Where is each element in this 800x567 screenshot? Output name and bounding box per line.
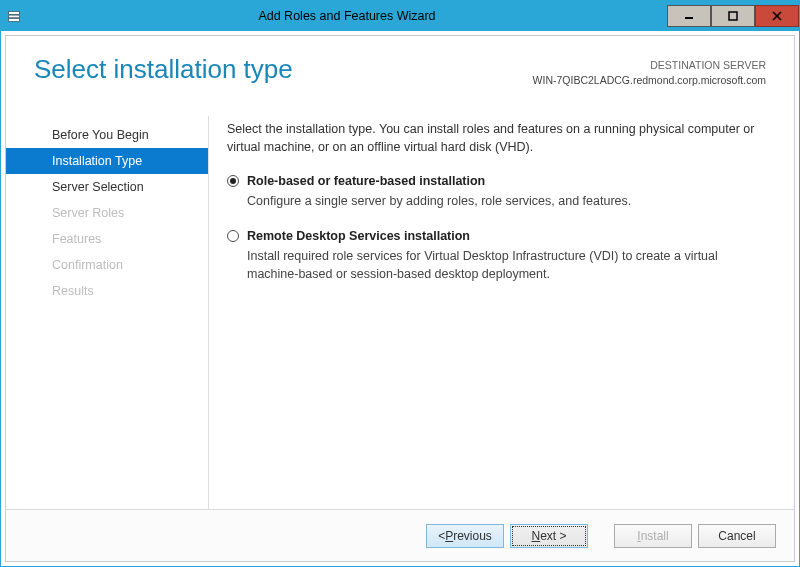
radio-role-based[interactable] xyxy=(227,175,239,187)
install-button: Install xyxy=(614,524,692,548)
maximize-button[interactable] xyxy=(711,5,755,27)
destination-server-block: DESTINATION SERVER WIN-7QIBC2LADCG.redmo… xyxy=(533,54,766,87)
step-before-you-begin[interactable]: Before You Begin xyxy=(6,122,208,148)
radio-dot-icon xyxy=(230,178,236,184)
step-installation-type[interactable]: Installation Type xyxy=(6,148,208,174)
destination-server-name: WIN-7QIBC2LADCG.redmond.corp.microsoft.c… xyxy=(533,73,766,88)
label-rest: ext > xyxy=(540,529,566,543)
label-rest: nstall xyxy=(641,529,669,543)
destination-label: DESTINATION SERVER xyxy=(533,58,766,73)
label-rest: revious xyxy=(453,529,492,543)
option-title: Remote Desktop Services installation xyxy=(247,227,768,245)
svg-rect-0 xyxy=(9,12,20,15)
step-confirmation: Confirmation xyxy=(6,252,208,278)
content-area: Select installation type DESTINATION SER… xyxy=(1,31,799,566)
mnemonic: N xyxy=(531,529,540,543)
svg-rect-1 xyxy=(9,15,20,18)
cancel-button[interactable]: Cancel xyxy=(698,524,776,548)
header-row: Select installation type DESTINATION SER… xyxy=(6,36,794,116)
option-body: Role-based or feature-based installation… xyxy=(247,172,768,210)
chevron-left-icon: < xyxy=(438,529,445,543)
titlebar[interactable]: Add Roles and Features Wizard xyxy=(1,1,799,31)
page-title: Select installation type xyxy=(34,54,533,85)
option-body: Remote Desktop Services installation Ins… xyxy=(247,227,768,283)
intro-text: Select the installation type. You can in… xyxy=(227,120,768,156)
step-results: Results xyxy=(6,278,208,304)
svg-rect-4 xyxy=(729,12,737,20)
svg-rect-2 xyxy=(9,19,20,22)
inner-panel: Select installation type DESTINATION SER… xyxy=(5,35,795,562)
step-features: Features xyxy=(6,226,208,252)
wizard-steps-sidebar: Before You Begin Installation Type Serve… xyxy=(34,116,209,509)
next-button[interactable]: Next > xyxy=(510,524,588,548)
button-label: Cancel xyxy=(718,529,755,543)
option-desc: Install required role services for Virtu… xyxy=(247,247,768,283)
step-server-selection[interactable]: Server Selection xyxy=(6,174,208,200)
footer-buttons: < Previous Next > Install Cancel xyxy=(6,509,794,561)
window-controls xyxy=(667,6,799,27)
option-rds[interactable]: Remote Desktop Services installation Ins… xyxy=(227,227,768,283)
main-panel: Select the installation type. You can in… xyxy=(209,116,782,509)
radio-rds[interactable] xyxy=(227,230,239,242)
option-role-based[interactable]: Role-based or feature-based installation… xyxy=(227,172,768,210)
minimize-button[interactable] xyxy=(667,5,711,27)
close-button[interactable] xyxy=(755,5,799,27)
option-desc: Configure a single server by adding role… xyxy=(247,192,768,210)
previous-button[interactable]: < Previous xyxy=(426,524,504,548)
step-server-roles: Server Roles xyxy=(6,200,208,226)
body-row: Before You Begin Installation Type Serve… xyxy=(6,116,794,509)
window-title: Add Roles and Features Wizard xyxy=(27,9,667,23)
app-icon xyxy=(1,1,27,31)
wizard-window: Add Roles and Features Wizard Select ins… xyxy=(0,0,800,567)
mnemonic: P xyxy=(445,529,453,543)
option-title: Role-based or feature-based installation xyxy=(247,172,768,190)
